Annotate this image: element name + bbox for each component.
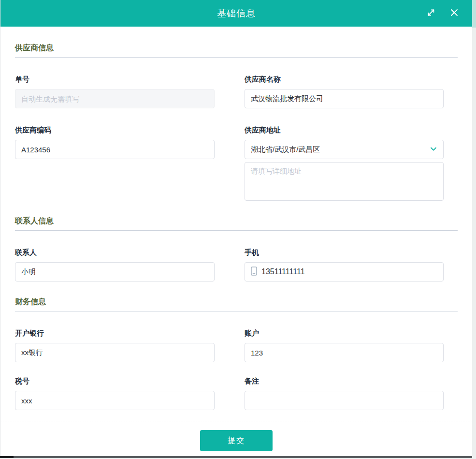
supplier-name-input[interactable] <box>245 89 444 108</box>
page-background-strip-top <box>472 0 476 28</box>
tax-no-input[interactable] <box>15 391 215 410</box>
supplier-code-input[interactable] <box>15 140 215 159</box>
expand-button[interactable] <box>426 8 436 19</box>
mobile-label: 手机 <box>245 248 444 257</box>
order-no-input <box>15 89 215 108</box>
region-select-value: 湖北省/武汉市/武昌区 <box>251 145 320 154</box>
contact-person-input[interactable] <box>15 262 215 281</box>
dialog-header: 基础信息 <box>0 0 472 27</box>
remark-label: 备注 <box>245 377 444 386</box>
section-divider <box>15 230 458 231</box>
section-title-finance: 财务信息 <box>15 297 458 307</box>
section-title-contact: 联系人信息 <box>15 216 458 226</box>
section-title-supplier: 供应商信息 <box>15 43 458 53</box>
chevron-down-icon <box>430 145 437 154</box>
close-button[interactable] <box>449 8 460 19</box>
page-bottom-bar-corner <box>0 456 14 458</box>
account-label: 账户 <box>245 329 444 338</box>
dialog-header-actions <box>426 0 460 27</box>
mobile-input[interactable] <box>261 267 437 276</box>
tax-no-label: 税号 <box>15 377 215 386</box>
page-bottom-bar <box>0 456 472 458</box>
dialog-title: 基础信息 <box>217 7 256 20</box>
section-divider <box>15 311 458 311</box>
bank-input[interactable] <box>15 343 215 362</box>
basic-info-dialog: 基础信息 <box>0 0 472 456</box>
supplier-name-label: 供应商名称 <box>245 75 444 84</box>
region-select[interactable]: 湖北省/武汉市/武昌区 <box>245 140 444 159</box>
address-detail-textarea[interactable] <box>245 162 444 201</box>
mobile-phone-icon <box>251 267 257 278</box>
contact-person-label: 联系人 <box>15 248 215 257</box>
bank-label: 开户银行 <box>15 329 215 338</box>
dialog-footer: 提交 <box>15 421 458 451</box>
dialog-body: 供应商信息 单号 供应商名称 供应商编码 <box>0 43 472 451</box>
page-background-strip <box>472 0 476 459</box>
order-no-label: 单号 <box>15 75 215 84</box>
close-x-icon <box>450 8 459 19</box>
account-input[interactable] <box>245 343 444 362</box>
supplier-address-label: 供应商地址 <box>245 126 444 135</box>
remark-input[interactable] <box>245 391 444 410</box>
supplier-code-label: 供应商编码 <box>15 126 215 135</box>
mobile-field[interactable] <box>245 262 444 281</box>
submit-button[interactable]: 提交 <box>200 430 273 451</box>
expand-diagonal-arrows-icon <box>426 8 436 19</box>
section-divider <box>15 57 458 58</box>
